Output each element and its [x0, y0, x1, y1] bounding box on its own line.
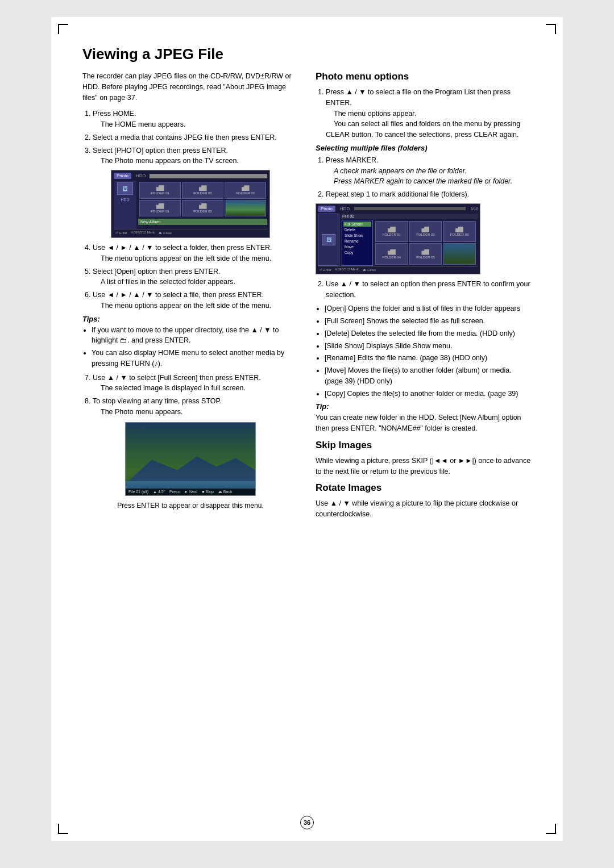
rotate-images-section: Rotate Images Use ▲ / ▼ while viewing a … — [316, 482, 532, 520]
scr3-menu-options: Full Screen Delete Slide Show Rename Mov… — [342, 220, 373, 266]
step-2: Select a media that contains JPEG file t… — [93, 132, 298, 143]
sel-step-1-text: Press MARKER. — [326, 156, 378, 164]
scr3-counter: 5/16 — [470, 207, 478, 211]
scr3-folder-icon-5 — [421, 249, 429, 255]
scr3-folder-label-5: FOLDER 05 — [416, 256, 435, 259]
sel-step-1: Press MARKER. A check mark appears on th… — [326, 155, 532, 187]
photo-step-2: Use ▲ / ▼ to select an option then press… — [326, 279, 532, 301]
scr3-header: Photo HDD 5/16 — [318, 206, 478, 212]
scr3-photo-tab: Photo — [318, 206, 335, 212]
step-1: Press HOME. The HOME menu appears. — [93, 108, 298, 130]
bar-stop: ■ Stop — [202, 490, 214, 494]
scr3-folder-icon-3 — [455, 227, 463, 232]
sel-step-2-text: Repeat step 1 to mark additional file (f… — [326, 190, 469, 198]
bar-size: ▲ 4.5" — [153, 490, 165, 494]
skip-images-title: Skip Images — [316, 440, 532, 451]
scr1-folder-grid: FOLDER 01 FOLDER 02 FOLDER 03 — [138, 181, 267, 218]
scr1-hdd-text: HDD — [121, 198, 129, 202]
scr3-thumb — [444, 244, 475, 264]
scr1-folder-4: FOLDER 01 — [139, 200, 181, 217]
step-8-sub: The Photo menu appears. — [93, 408, 183, 416]
main-steps-list-3: Use ▲ / ▼ to select [Full Screen] then p… — [82, 373, 298, 418]
bar-press: Press — [169, 490, 180, 494]
scr3-folder-4: FOLDER 04 — [375, 243, 408, 265]
page-number: 36 — [300, 816, 314, 829]
step-7: Use ▲ / ▼ to select [Full Screen] then p… — [93, 373, 298, 394]
folder-label-1: FOLDER 01 — [151, 191, 169, 195]
opt-copy: [Copy] Copies the file(s) to another fol… — [325, 389, 532, 399]
screenshot1-inner: Photo HDD 🖼 HDD — [111, 170, 269, 237]
selecting-section: Selecting multiple files (folders) Press… — [316, 144, 532, 200]
screenshot2-caption: Press ENTER to appear or disappear this … — [82, 500, 298, 511]
scr3-folders-grid: FOLDER 01 FOLDER 02 FOLDER 03 — [374, 220, 477, 266]
scr3-overlay: 🖼 File 02 Full Screen Delete Slide Show … — [318, 214, 478, 266]
skip-images-section: Skip Images While viewing a picture, pre… — [316, 440, 532, 477]
scr3-enter: ⏎ Enter — [320, 268, 331, 272]
scr3-folder-img — [443, 243, 476, 265]
opt-move: [Move] Moves the file(s) to another fold… — [325, 365, 532, 387]
step-5-sub: A list of files in the selected folder a… — [93, 278, 235, 286]
scr1-folder-5: FOLDER 02 — [182, 200, 223, 217]
scr1-hdd-label: HDD — [136, 173, 146, 178]
tip-title: Tip: — [316, 402, 532, 411]
page: Viewing a JPEG File The recorder can pla… — [51, 17, 563, 841]
scr3-bottom-bar: ⏎ Enter 4,096/512 Mark. ⏏ Close — [318, 266, 478, 272]
corner-mark-tl — [58, 24, 68, 34]
scr3-mark: 4,096/512 Mark. — [335, 268, 359, 272]
intro-text: The recorder can play JPEG files on the … — [82, 71, 298, 103]
tip-1: If you want to move to the upper directo… — [92, 325, 298, 347]
step-7-text: Use ▲ / ▼ to select [Full Screen] then p… — [93, 374, 261, 382]
scr1-folder-1: FOLDER 01 — [139, 182, 181, 199]
scr3-bar — [354, 207, 466, 210]
scr1-photo-tab: Photo — [114, 173, 131, 179]
scr3-folder-icon-4 — [388, 249, 396, 255]
screenshot-viewer: File 01 (alt) ▲ 4.5" Press ► Next ■ Stop… — [125, 422, 256, 496]
scr3-folder-5: FOLDER 05 — [409, 243, 442, 265]
screenshot-file-menu: Photo HDD 5/16 🖼 File 02 — [316, 203, 480, 274]
option-rename[interactable]: Rename — [343, 239, 371, 244]
scr3-folder-2: FOLDER 02 — [409, 221, 442, 243]
bar-back: ⏏ Back — [218, 490, 233, 494]
skip-images-text: While viewing a picture, press SKIP (|◄◄… — [316, 456, 532, 477]
photo-steps-list-2: Use ▲ / ▼ to select an option then press… — [316, 279, 532, 301]
scr3-file-label: File 02 — [341, 214, 478, 219]
step-3: Select [PHOTO] option then press ENTER. … — [93, 145, 298, 167]
folder-icon-5 — [199, 203, 207, 209]
scr3-content: Full Screen Delete Slide Show Rename Mov… — [341, 219, 478, 266]
scr1-new-album: New Album — [138, 219, 267, 225]
step-8-text: To stop viewing at any time, press STOP. — [93, 397, 222, 405]
step-1-text: Press HOME. — [93, 110, 136, 118]
opt-fullscreen: [Full Screen] Shows the selected file as… — [325, 316, 532, 327]
selecting-title: Selecting multiple files (folders) — [316, 144, 532, 152]
scr3-left-icon: 🖼 — [318, 214, 339, 266]
option-slide-show[interactable]: Slide Show — [343, 233, 371, 238]
step-4-text: Use ◄ / ► / ▲ / ▼ to select a folder, th… — [93, 244, 272, 252]
scr3-folder-3: FOLDER 03 — [443, 221, 476, 243]
folder-label-4: FOLDER 01 — [151, 210, 169, 213]
scr1-folder-2: FOLDER 02 — [182, 182, 223, 199]
scr3-folder-icon-1 — [388, 227, 396, 232]
opt-slideshow: [Slide Show] Displays Slide Show menu. — [325, 341, 532, 352]
option-delete[interactable]: Delete — [343, 227, 371, 232]
step-1-sub: The HOME menu appears. — [93, 120, 185, 128]
option-copy[interactable]: Copy — [343, 250, 371, 255]
tips-list: If you want to move to the upper directo… — [82, 325, 298, 369]
scr3-folder-label-4: FOLDER 04 — [382, 256, 401, 259]
page-title: Viewing a JPEG File — [82, 45, 532, 63]
scr3-icon: 🖼 — [322, 234, 335, 245]
tip-2: You can also display HOME menu to select… — [92, 348, 298, 369]
opt-delete: [Delete] Deletes the selected file from … — [325, 328, 532, 339]
sel-step-1-sub2: Press MARKER again to cancel the marked … — [326, 177, 512, 185]
photo-menu-title: Photo menu options — [316, 71, 532, 82]
option-move[interactable]: Move — [343, 244, 371, 249]
sel-step-1-sub1: A check mark appears on the file or fold… — [326, 167, 467, 175]
bar-file: File 01 (alt) — [128, 490, 148, 494]
photo-steps-list: Press ▲ / ▼ to select a file on the Prog… — [316, 87, 532, 140]
tips-title: Tips: — [82, 315, 298, 323]
photo-step-2-text: Use ▲ / ▼ to select an option then press… — [326, 280, 530, 299]
scr1-folder-image — [225, 200, 266, 217]
option-full-screen[interactable]: Full Screen — [343, 222, 371, 227]
step-8: To stop viewing at any time, press STOP.… — [93, 396, 298, 418]
scr3-hdd-label: HDD — [340, 206, 350, 211]
scr3-folder-label-2: FOLDER 02 — [416, 233, 435, 236]
